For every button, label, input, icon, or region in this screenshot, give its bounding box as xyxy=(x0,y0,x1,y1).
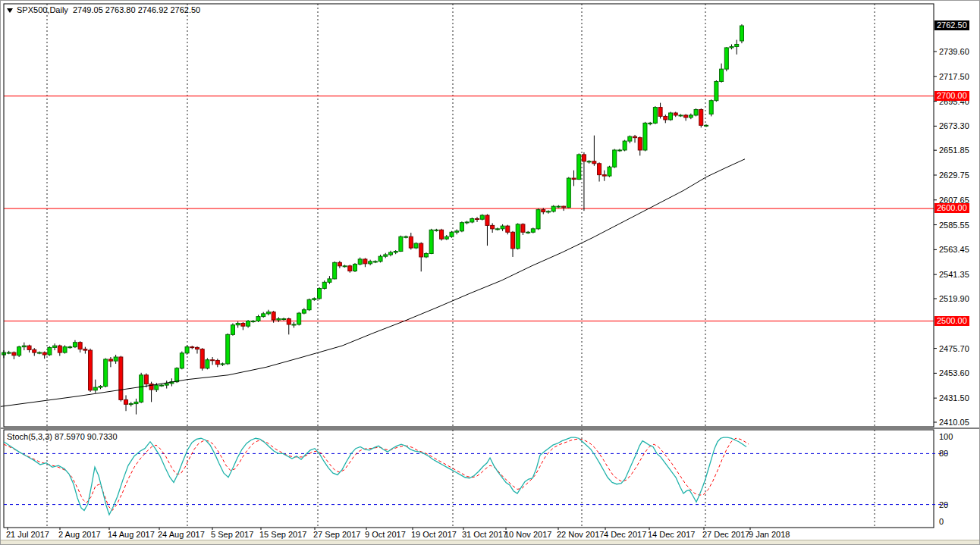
bear-candle xyxy=(124,399,128,404)
bear-candle xyxy=(485,215,489,225)
bull-candle xyxy=(247,321,250,327)
bull-candle xyxy=(470,218,474,221)
price-axis-label: 2585.55 xyxy=(939,221,969,230)
bear-candle xyxy=(506,226,510,232)
date-axis-label[interactable]: 9 Oct 2017 xyxy=(365,530,406,539)
bull-candle xyxy=(735,44,739,46)
bull-candle xyxy=(689,115,693,117)
price-axis-label: 2629.75 xyxy=(939,171,969,180)
price-axis-label: 2541.35 xyxy=(939,270,969,279)
bear-candle xyxy=(491,225,495,228)
date-axis-label[interactable]: 4 Dec 2017 xyxy=(604,530,646,539)
date-axis-label[interactable]: 2 Aug 2017 xyxy=(58,530,101,539)
bear-candle xyxy=(582,155,586,161)
stoch-main-value: 87.5970 xyxy=(55,432,85,441)
date-axis-label[interactable]: 14 Aug 2017 xyxy=(108,530,155,539)
bull-candle xyxy=(7,352,11,353)
bear-candle xyxy=(598,164,602,175)
bear-candle xyxy=(211,360,215,361)
bull-candle xyxy=(424,253,428,256)
bull-candle xyxy=(68,347,72,348)
bear-candle xyxy=(200,349,204,368)
stoch-axis-label: 100 xyxy=(939,432,953,441)
price-axis-label: 2651.85 xyxy=(939,146,969,155)
price-badge: 2500.00 xyxy=(934,316,969,326)
bull-candle xyxy=(53,346,57,347)
bull-candle xyxy=(251,321,255,322)
bull-candle xyxy=(185,347,189,353)
date-axis-label[interactable]: 5 Sep 2017 xyxy=(211,530,253,539)
bull-candle xyxy=(73,343,77,347)
date-axis-label[interactable]: 31 Oct 2017 xyxy=(462,530,507,539)
stoch-axis-label: 20 xyxy=(939,500,948,509)
bear-candle xyxy=(241,323,245,326)
bear-candle xyxy=(190,347,194,348)
bull-candle xyxy=(129,404,133,405)
date-axis-label[interactable]: 21 Jul 2017 xyxy=(6,530,49,539)
date-axis-label[interactable]: 19 Oct 2017 xyxy=(411,530,457,539)
bull-candle xyxy=(455,231,459,232)
stoch-signal-line xyxy=(4,438,749,510)
price-axis-label: 2673.30 xyxy=(939,121,969,130)
bull-candle xyxy=(495,229,499,230)
bull-candle xyxy=(292,324,296,325)
moving-average-line xyxy=(1,159,745,406)
bull-candle xyxy=(444,236,448,239)
bull-candle xyxy=(399,236,403,251)
price-badge: 2700.00 xyxy=(934,91,969,101)
symbol-dropdown-icon[interactable] xyxy=(7,8,13,13)
bull-candle xyxy=(551,206,555,211)
bull-candle xyxy=(333,262,337,279)
bear-candle xyxy=(27,346,31,349)
main-panel-border xyxy=(4,4,934,427)
bull-candle xyxy=(649,123,652,124)
bear-candle xyxy=(684,115,688,117)
bull-candle xyxy=(679,115,683,116)
price-axis-label: 2410.05 xyxy=(939,418,969,427)
bear-candle xyxy=(195,347,199,349)
bear-candle xyxy=(476,218,479,219)
price-badge: 2762.50 xyxy=(934,20,969,30)
date-axis-label[interactable]: 15 Sep 2017 xyxy=(259,530,306,539)
bull-candle xyxy=(160,385,164,386)
bull-candle xyxy=(155,385,159,390)
bull-candle xyxy=(704,125,708,126)
bear-candle xyxy=(521,224,525,232)
date-axis-label[interactable]: 22 Nov 2017 xyxy=(557,530,604,539)
bear-candle xyxy=(363,259,367,264)
bull-candle xyxy=(435,230,438,230)
bull-candle xyxy=(557,206,561,207)
bull-candle xyxy=(669,113,673,120)
date-axis-label[interactable]: 24 Aug 2017 xyxy=(158,530,205,539)
bear-candle xyxy=(78,343,82,349)
chart-canvas[interactable] xyxy=(1,1,980,545)
stoch-signal-value: 90.7330 xyxy=(87,432,118,441)
bull-candle xyxy=(720,69,724,81)
bull-candle xyxy=(37,352,41,353)
bear-candle xyxy=(215,360,219,364)
date-axis-label[interactable]: 27 Dec 2017 xyxy=(702,530,749,539)
bull-candle xyxy=(175,368,179,382)
bear-candle xyxy=(419,243,423,257)
bear-candle xyxy=(674,113,677,115)
bull-candle xyxy=(450,232,454,236)
date-axis-label[interactable]: 9 Jan 2018 xyxy=(749,530,790,539)
bull-candle xyxy=(282,319,286,320)
date-axis-label[interactable]: 14 Dec 2017 xyxy=(648,530,695,539)
bull-candle xyxy=(302,310,306,313)
bull-candle xyxy=(322,282,326,288)
bear-candle xyxy=(119,357,123,399)
bull-candle xyxy=(404,236,408,237)
bear-candle xyxy=(572,178,576,179)
bull-candle xyxy=(531,229,535,232)
bull-candle xyxy=(262,314,265,317)
bull-candle xyxy=(480,215,484,219)
bear-candle xyxy=(83,349,87,350)
date-axis-label[interactable]: 10 Nov 2017 xyxy=(504,530,551,539)
date-axis-label[interactable]: 27 Sep 2017 xyxy=(313,530,360,539)
bull-candle xyxy=(378,256,382,262)
bear-candle xyxy=(699,110,703,126)
bull-candle xyxy=(730,46,733,47)
bull-candle xyxy=(180,353,184,368)
bull-candle xyxy=(63,347,67,352)
